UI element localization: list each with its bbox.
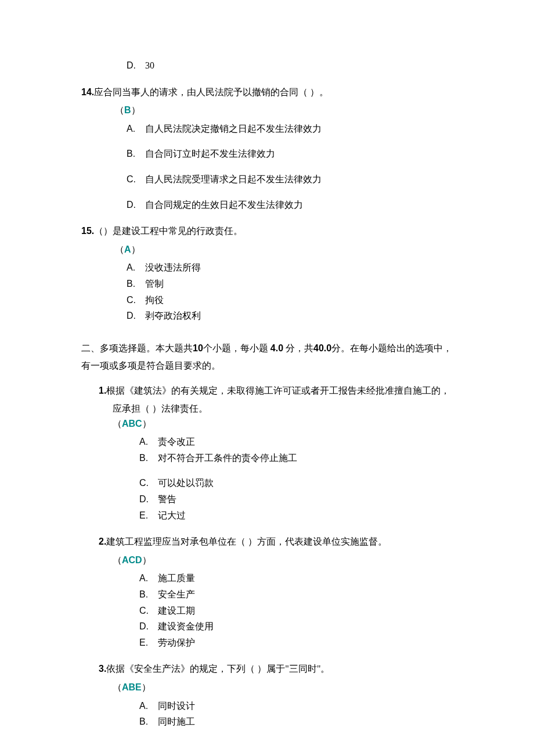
option-text: 施工质量 <box>158 571 453 586</box>
option-letter: A. <box>127 121 145 136</box>
option-letter: C. <box>139 603 158 618</box>
option-d: D. 警告 <box>139 492 453 507</box>
option-d: D. 剥夺政治权利 <box>127 308 453 323</box>
question-number: 15. <box>81 226 94 236</box>
option-letter: C. <box>127 172 145 187</box>
question-stem: 14.应合同当事人的请求，由人民法院予以撤销的合同（ ）。 <box>81 85 453 100</box>
paren-open: （ <box>113 419 122 429</box>
stem-text: 应合同当事人的请求，由人民法院予以撤销的合同（ ）。 <box>94 87 329 97</box>
stem-text: （）是建设工程中常见的行政责任。 <box>94 226 243 236</box>
question-number: 3. <box>99 664 106 674</box>
multi-question-2: 2.建筑工程监理应当对承包单位在（ ）方面，代表建设单位实施监督。 （ACD） … <box>81 534 453 650</box>
paren-close: ） <box>142 555 151 565</box>
option-text: 自人民法院决定撤销之日起不发生法律效力 <box>145 121 453 136</box>
option-d: D. 建设资金使用 <box>139 619 453 634</box>
question-number: 1. <box>99 386 106 395</box>
option-letter: A. <box>139 699 158 714</box>
paren-close: ） <box>131 105 140 115</box>
paren-open: （ <box>113 682 122 692</box>
sec-score-each: 4.0 <box>270 343 283 353</box>
answer-line: （ABE） <box>99 680 453 695</box>
question-stem: 15.（）是建设工程中常见的行政责任。 <box>81 224 453 239</box>
multi-question-3: 3.依据《安全生产法》的规定，下列（ ）属于"三同时"。 （ABE） A. 同时… <box>81 661 453 729</box>
option-e: E. 记大过 <box>139 508 453 523</box>
option-b: B. 同时施工 <box>139 714 453 729</box>
option-text: 管制 <box>145 276 453 291</box>
answer-line: （ACD） <box>99 553 453 568</box>
section-2-questions: 1.根据《建筑法》的有关规定，未取得施工许可证或者开工报告未经批准擅自施工的， … <box>81 383 453 729</box>
option-text: 同时设计 <box>158 699 453 714</box>
option-b: B. 安全生产 <box>139 587 453 602</box>
paren-close: ） <box>142 419 151 429</box>
sec-score-total: 40.0 <box>313 343 331 353</box>
option-d: D. 自合同规定的生效日起不发生法律效力 <box>127 197 453 213</box>
question-15: 15.（）是建设工程中常见的行政责任。 （A） A. 没收违法所得 B. 管制 … <box>81 224 453 323</box>
sec-text-2: 个小题，每小题 <box>203 343 270 353</box>
option-letter: B. <box>139 451 158 466</box>
question-13-partial: D. 30 <box>81 58 453 73</box>
option-text: 可以处以罚款 <box>158 476 453 491</box>
option-text: 建设工期 <box>158 603 453 618</box>
section-2-header: 二、多项选择题。本大题共10个小题，每小题 4.0 分，共40.0分。在每小题给… <box>81 340 453 375</box>
option-text: 剥夺政治权利 <box>145 308 453 323</box>
sec-text-1: 二、多项选择题。本大题共 <box>81 343 193 353</box>
option-letter: D. <box>127 308 145 323</box>
option-text: 警告 <box>158 492 453 507</box>
option-letter: C. <box>139 476 158 491</box>
q13-options: D. 30 <box>127 58 453 73</box>
mq2-options: A. 施工质量 B. 安全生产 C. 建设工期 D. 建设资金使用 E. 劳动保… <box>139 571 453 650</box>
stem-text: 建筑工程监理应当对承包单位在（ ）方面，代表建设单位实施监督。 <box>106 537 387 546</box>
option-letter: B. <box>127 146 145 161</box>
stem-text: 依据《安全生产法》的规定，下列（ ）属于"三同时"。 <box>106 664 330 674</box>
question-number: 2. <box>99 537 106 546</box>
answer-line: （A） <box>81 242 453 257</box>
option-b: B. 对不符合开工条件的责令停止施工 <box>139 451 453 466</box>
option-text: 建设资金使用 <box>158 619 453 634</box>
answer-value: B <box>124 105 131 115</box>
option-a: A. 没收违法所得 <box>127 260 453 275</box>
answer-value: A <box>124 244 131 254</box>
question-14: 14.应合同当事人的请求，由人民法院予以撤销的合同（ ）。 （B） A. 自人民… <box>81 85 453 213</box>
answer-value: ACD <box>122 555 142 565</box>
q15-options: A. 没收违法所得 B. 管制 C. 拘役 D. 剥夺政治权利 <box>127 260 453 323</box>
option-text: 没收违法所得 <box>145 260 453 275</box>
option-letter: B. <box>139 587 158 602</box>
option-b: B. 管制 <box>127 276 453 291</box>
option-c: C. 自人民法院受理请求之日起不发生法律效力 <box>127 172 453 187</box>
option-letter: D. <box>127 58 145 73</box>
answer-value: ABE <box>122 682 142 692</box>
mq3-options: A. 同时设计 B. 同时施工 <box>139 699 453 729</box>
option-text: 自合同订立时起不发生法律效力 <box>145 146 453 161</box>
question-stem: 1.根据《建筑法》的有关规定，未取得施工许可证或者开工报告未经批准擅自施工的， <box>99 383 453 398</box>
option-c: C. 建设工期 <box>139 603 453 618</box>
option-a: A. 同时设计 <box>139 699 453 714</box>
paren-close: ） <box>131 244 140 254</box>
option-text: 对不符合开工条件的责令停止施工 <box>158 451 453 466</box>
option-letter: E. <box>139 635 158 650</box>
multi-question-1: 1.根据《建筑法》的有关规定，未取得施工许可证或者开工报告未经批准擅自施工的， … <box>81 383 453 523</box>
option-letter: C. <box>127 293 145 308</box>
question-stem: 3.依据《安全生产法》的规定，下列（ ）属于"三同时"。 <box>99 661 453 676</box>
option-text: 安全生产 <box>158 587 453 602</box>
option-e: E. 劳动保护 <box>139 635 453 650</box>
option-letter: D. <box>127 197 145 213</box>
option-c: C. 可以处以罚款 <box>139 476 453 491</box>
sec-count: 10 <box>193 343 203 353</box>
option-letter: A. <box>127 260 145 275</box>
option-letter: A. <box>139 434 158 449</box>
option-text: 30 <box>145 58 453 73</box>
option-text: 自合同规定的生效日起不发生法律效力 <box>145 197 453 213</box>
option-text: 拘役 <box>145 293 453 308</box>
mq1-options: A. 责令改正 B. 对不符合开工条件的责令停止施工 C. 可以处以罚款 D. … <box>139 434 453 523</box>
stem-text: 根据《建筑法》的有关规定，未取得施工许可证或者开工报告未经批准擅自施工的， <box>106 386 450 395</box>
stem-continuation: 应承担（ ）法律责任。 <box>99 401 453 416</box>
option-letter: B. <box>139 714 158 729</box>
option-c: C. 拘役 <box>127 293 453 308</box>
option-letter: B. <box>127 276 145 291</box>
option-letter: E. <box>139 508 158 523</box>
option-letter: D. <box>139 619 158 634</box>
paren-open: （ <box>113 555 122 565</box>
option-letter: A. <box>139 571 158 586</box>
paren-close: ） <box>142 682 151 692</box>
option-d: D. 30 <box>127 58 453 73</box>
